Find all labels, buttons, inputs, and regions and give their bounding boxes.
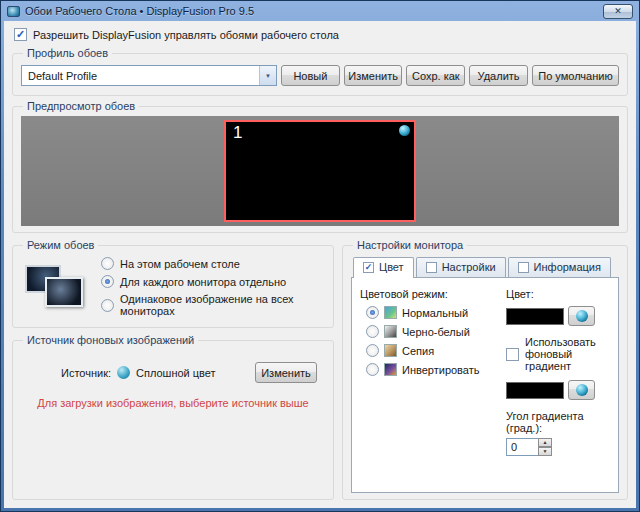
change-source-button[interactable]: Изменить (255, 362, 317, 383)
default-profile-button[interactable]: По умолчанию (532, 65, 619, 86)
close-icon[interactable]: ✕ (603, 4, 633, 19)
mode-option-this-desktop[interactable]: На этом рабочем столе (101, 257, 325, 270)
tab-checkbox-icon (518, 262, 529, 273)
delete-profile-button[interactable]: Удалить (469, 65, 528, 86)
radio-icon[interactable] (101, 299, 114, 312)
background-color-swatch[interactable] (506, 308, 564, 325)
settings-group-label: Настройки монитора (353, 239, 467, 251)
color-tab-panel: Цветовой режим: Нормальный Черно-белый (351, 277, 619, 493)
monitor-preview[interactable]: 1 (224, 120, 416, 222)
chevron-down-icon[interactable]: ▼ (259, 66, 276, 85)
spin-up-icon[interactable]: ▲ (538, 438, 552, 447)
color-mode-option-label: Черно-белый (402, 326, 470, 338)
tab-label: Информация (534, 261, 601, 273)
enable-displayfusion-checkbox[interactable]: ✓ Разрешить DisplayFusion управлять обоя… (14, 28, 628, 41)
tab-label: Настройки (442, 261, 496, 273)
profile-combo[interactable]: Default Profile ▼ (21, 65, 277, 86)
invert-mode-icon (384, 363, 397, 376)
radio-icon[interactable] (101, 275, 114, 288)
mode-option-per-monitor[interactable]: Для каждого монитора отдельно (101, 275, 325, 288)
checkbox-icon[interactable]: ✓ (14, 28, 27, 41)
mode-option-same-image[interactable]: Одинаковое изображение на всех мониторах (101, 293, 325, 317)
save-as-profile-button[interactable]: Сохр. как (406, 65, 465, 86)
pick-gradient-color-button[interactable] (568, 380, 595, 400)
image-source-group: Источник фоновых изображений Источник: С… (12, 334, 334, 500)
mode-option-label: Одинаковое изображение на всех мониторах (120, 293, 325, 317)
titlebar: Обои Рабочего Стола • DisplayFusion Pro … (4, 1, 636, 21)
checkbox-icon[interactable] (506, 348, 519, 361)
profile-combo-value: Default Profile (28, 70, 97, 82)
color-mode-label: Цветовой режим: (360, 288, 492, 300)
app-icon (7, 6, 20, 17)
source-value: Сплошной цвет (136, 367, 216, 379)
color-mode-normal[interactable]: Нормальный (366, 306, 492, 319)
tab-settings[interactable]: Настройки (416, 257, 506, 277)
radio-icon[interactable] (366, 363, 379, 376)
gradient-color-swatch[interactable] (506, 382, 564, 399)
wallpaper-mode-group: Режим обоев На этом рабочем столе (12, 239, 334, 328)
color-mode-invert[interactable]: Инвертировать (366, 363, 492, 376)
check-icon: ✓ (16, 29, 25, 40)
preview-group-label: Предпросмотр обоев (23, 100, 139, 112)
profile-group-label: Профиль обоев (23, 47, 112, 59)
use-gradient-label: Использовать фоновый градиент (525, 336, 610, 372)
radio-icon[interactable] (366, 325, 379, 338)
gradient-angle-value[interactable]: 0 (506, 438, 538, 456)
gradient-angle-stepper[interactable]: 0 ▲ ▼ (506, 438, 552, 456)
gradient-angle-label: Угол градиента (град.): (506, 410, 610, 434)
color-mode-sepia[interactable]: Сепия (366, 344, 492, 357)
normal-mode-icon (384, 306, 397, 319)
radio-icon[interactable] (366, 344, 379, 357)
tab-checkbox-icon: ✓ (363, 262, 374, 273)
tab-information[interactable]: Информация (508, 257, 611, 277)
enable-checkbox-label: Разрешить DisplayFusion управлять обоями… (33, 29, 339, 41)
color-mode-option-label: Нормальный (402, 307, 468, 319)
settings-tabs: ✓ Цвет Настройки Информация (353, 257, 619, 277)
spin-down-icon[interactable]: ▼ (538, 447, 552, 456)
new-profile-button[interactable]: Новый (281, 65, 340, 86)
grayscale-mode-icon (384, 325, 397, 338)
preview-area: 1 (21, 116, 619, 226)
tab-checkbox-icon (426, 262, 437, 273)
radio-icon[interactable] (101, 257, 114, 270)
check-icon: ✓ (365, 263, 373, 272)
wallpaper-window: Обои Рабочего Стола • DisplayFusion Pro … (0, 0, 640, 512)
window-content: ✓ Разрешить DisplayFusion управлять обоя… (4, 21, 636, 508)
tab-label: Цвет (379, 261, 404, 273)
source-group-label: Источник фоновых изображений (23, 334, 198, 346)
source-label: Источник: (61, 367, 111, 379)
color-mode-option-label: Инвертировать (402, 364, 479, 376)
preview-group: Предпросмотр обоев 1 (12, 100, 628, 233)
monitor-number: 1 (233, 123, 242, 143)
use-gradient-checkbox[interactable]: Использовать фоновый градиент (506, 336, 610, 372)
source-hint: Для загрузки изображения, выберите источ… (21, 397, 325, 409)
tab-color[interactable]: ✓ Цвет (353, 257, 414, 278)
mode-option-label: Для каждого монитора отдельно (120, 276, 286, 288)
edit-profile-button[interactable]: Изменить (344, 65, 403, 86)
displayfusion-icon (576, 310, 588, 322)
color-label: Цвет: (506, 288, 610, 300)
displayfusion-icon (576, 384, 588, 396)
radio-icon[interactable] (366, 306, 379, 319)
sepia-mode-icon (384, 344, 397, 357)
monitor-settings-group: Настройки монитора ✓ Цвет Настройки (342, 239, 628, 500)
monitors-illustration-icon (25, 263, 85, 311)
displayfusion-icon (399, 125, 410, 136)
window-title: Обои Рабочего Стола • DisplayFusion Pro … (25, 5, 598, 17)
mode-group-label: Режим обоев (23, 239, 98, 251)
mode-option-label: На этом рабочем столе (120, 258, 240, 270)
color-mode-option-label: Сепия (402, 345, 434, 357)
pick-color-button[interactable] (568, 306, 595, 326)
profile-group: Профиль обоев Default Profile ▼ Новый Из… (12, 47, 628, 96)
color-mode-grayscale[interactable]: Черно-белый (366, 325, 492, 338)
solid-color-icon (117, 366, 130, 379)
